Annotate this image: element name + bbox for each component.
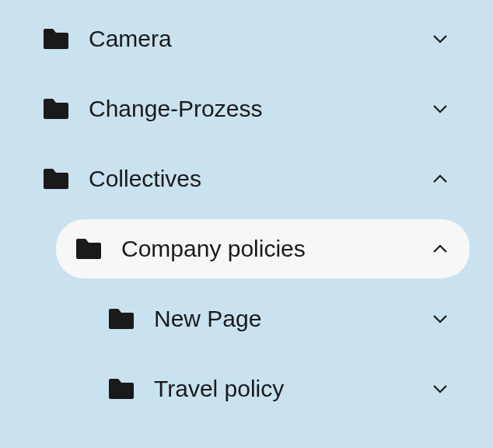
chevron-up-icon[interactable] bbox=[429, 168, 451, 190]
folder-icon bbox=[42, 167, 70, 191]
folder-icon bbox=[107, 377, 135, 401]
chevron-down-icon[interactable] bbox=[429, 308, 451, 330]
tree-item[interactable]: Company policies bbox=[56, 219, 470, 278]
chevron-down-icon[interactable] bbox=[429, 378, 451, 400]
folder-icon bbox=[42, 27, 70, 51]
tree-item[interactable]: Collectives bbox=[23, 149, 470, 208]
folder-icon bbox=[75, 237, 103, 261]
tree-item[interactable]: CompanyHandbook bbox=[56, 429, 470, 448]
tree-item-label: Travel policy bbox=[154, 376, 429, 402]
tree-item-label: Company policies bbox=[121, 236, 429, 262]
chevron-down-icon[interactable] bbox=[429, 98, 451, 120]
tree-item-label: New Page bbox=[154, 306, 429, 332]
tree-item-label: Camera bbox=[89, 26, 429, 52]
tree-item[interactable]: New Page bbox=[89, 289, 470, 348]
tree-item-label: Collectives bbox=[89, 166, 429, 192]
folder-icon bbox=[107, 307, 135, 331]
folder-icon bbox=[42, 97, 70, 121]
folder-tree: Camera Change-Prozess Collectives Compan… bbox=[0, 0, 493, 448]
chevron-down-icon[interactable] bbox=[429, 28, 451, 50]
tree-item[interactable]: Travel policy bbox=[89, 359, 470, 418]
tree-item[interactable]: Change-Prozess bbox=[23, 79, 470, 138]
tree-item-label: Change-Prozess bbox=[89, 96, 429, 122]
chevron-up-icon[interactable] bbox=[429, 238, 451, 260]
tree-item[interactable]: Camera bbox=[23, 9, 470, 68]
